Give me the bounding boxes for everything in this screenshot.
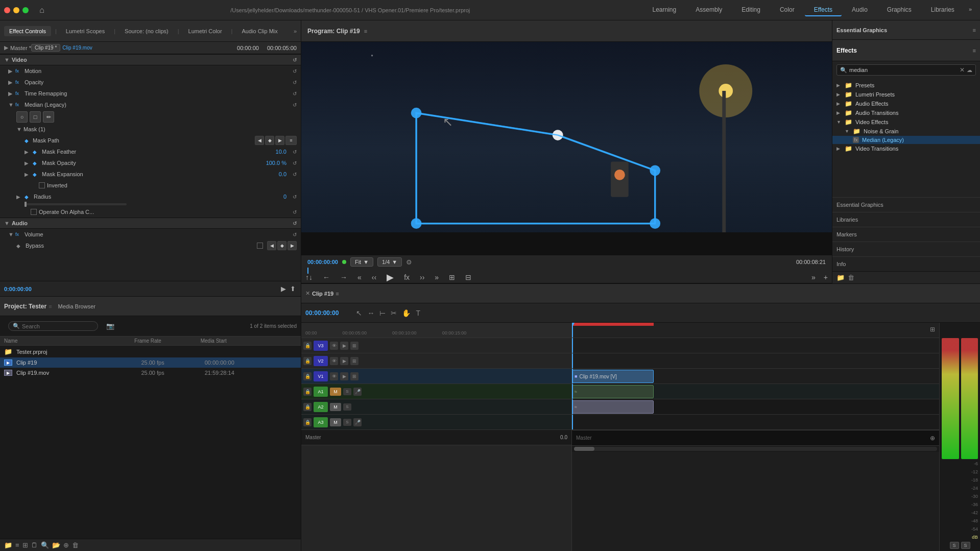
prog-insert-btn[interactable]: ⊞ — [447, 272, 457, 282]
a3-label[interactable]: A3 — [314, 417, 328, 427]
effects-new-folder-btn[interactable]: 📁 — [836, 274, 845, 281]
prog-prev-btn[interactable]: « — [355, 272, 364, 282]
mask-rect-tool[interactable]: □ — [30, 111, 41, 123]
nav-tab-editing[interactable]: Editing — [732, 4, 770, 16]
v3-settings-btn[interactable]: ⊞ — [350, 342, 358, 350]
tl-close-icon[interactable]: ✕ — [305, 290, 310, 297]
v2-settings-btn[interactable]: ⊞ — [350, 357, 358, 365]
tl-select-tool[interactable]: ↖ — [355, 308, 363, 318]
new-bin-btn[interactable]: 📁 — [4, 541, 12, 549]
a3-lock-btn[interactable]: 🔒 — [303, 418, 312, 426]
col-header-fps[interactable]: Frame Rate — [134, 338, 199, 344]
prog-fit-btn[interactable]: Fit ▼ — [350, 257, 373, 267]
mask-opacity-expand[interactable]: ▶ — [25, 160, 31, 166]
metadata-btn[interactable]: 🗒 — [31, 541, 38, 549]
mask-expansion-reset[interactable]: ↺ — [293, 172, 297, 177]
nav-tab-libraries[interactable]: Libraries — [922, 4, 964, 16]
prog-step-back-btn[interactable]: ‹‹ — [370, 272, 378, 282]
delete-btn[interactable]: 🗑 — [72, 541, 79, 549]
project-camera-icon[interactable]: 📷 — [106, 322, 114, 330]
v1-sync-btn[interactable]: ▶ — [340, 372, 348, 380]
radius-slider[interactable] — [25, 203, 127, 205]
essential-graphics-label[interactable]: Essential Graphics — [836, 202, 976, 208]
v1-visible-btn[interactable]: 👁 — [330, 372, 338, 380]
master-mute-btn[interactable]: ⊕ — [930, 435, 935, 442]
mask-opacity-value[interactable]: 100.0 % — [266, 160, 286, 166]
v2-sync-btn[interactable]: ▶ — [340, 357, 348, 365]
tl-ripple-tool[interactable]: ⊢ — [378, 308, 387, 318]
radius-slider-thumb[interactable] — [25, 202, 27, 207]
a1-lock-btn[interactable]: 🔒 — [303, 388, 312, 396]
bypass-next[interactable]: ▶ — [288, 241, 297, 250]
radius-keyframe[interactable]: ◆ — [25, 194, 32, 200]
opacity-reset[interactable]: ↺ — [293, 80, 297, 85]
tab-lumetri-scopes[interactable]: Lumetri Scopes — [61, 26, 110, 36]
col-header-name[interactable]: Name — [4, 338, 132, 344]
maximize-btn[interactable] — [22, 7, 29, 13]
a3-m-btn[interactable]: M — [330, 418, 341, 426]
v1-settings-btn[interactable]: ⊞ — [350, 372, 358, 380]
nav-tab-color[interactable]: Color — [771, 4, 804, 16]
effects-subfolder-noise-grain[interactable]: ▼ 📁 Noise & Grain — [832, 127, 980, 136]
mask-feather-keyframe[interactable]: ◆ — [33, 149, 40, 155]
a1-m-btn[interactable]: M — [330, 388, 341, 396]
mask-ellipse-tool[interactable]: ○ — [16, 111, 28, 123]
a1-s-btn[interactable]: S — [343, 388, 351, 395]
radius-reset[interactable]: ↺ — [293, 194, 297, 200]
median-toggle[interactable]: ▼ — [8, 102, 13, 108]
mask-opacity-reset[interactable]: ↺ — [293, 160, 297, 166]
mask-expand-icon[interactable]: ▼ — [16, 126, 21, 132]
effects-folder-lumetri[interactable]: ▶ 📁 Lumetri Presets — [832, 90, 980, 99]
tl-scrollbar-thumb[interactable] — [574, 447, 594, 451]
find-btn[interactable]: 🔍 — [41, 541, 49, 549]
tab-lumetri-color[interactable]: Lumetri Color — [183, 26, 227, 36]
info-label[interactable]: Info — [836, 261, 976, 267]
a2-label[interactable]: A2 — [314, 402, 328, 412]
nav-tab-learning[interactable]: Learning — [643, 4, 686, 16]
v1-lock-btn[interactable]: 🔒 — [303, 372, 312, 380]
effects-delete-btn[interactable]: 🗑 — [848, 274, 854, 281]
timeline-menu-btn[interactable]: ≡ — [336, 291, 339, 297]
prog-next-btn[interactable]: » — [433, 272, 441, 282]
a1-mic-btn[interactable]: 🎤 — [353, 388, 362, 396]
effects-search-input[interactable] — [849, 67, 958, 73]
a2-lock-btn[interactable]: 🔒 — [303, 403, 312, 411]
opacity-toggle[interactable]: ▶ — [8, 79, 13, 86]
effects-search-clear[interactable]: ✕ — [960, 66, 965, 74]
mask-expansion-value[interactable]: 0.0 — [279, 171, 286, 177]
a2-m-btn[interactable]: M — [330, 403, 341, 411]
operate-alpha-reset[interactable]: ↺ — [293, 209, 297, 215]
a2-s-btn[interactable]: S — [343, 403, 351, 411]
v3-lock-btn[interactable]: 🔒 — [303, 342, 312, 350]
v3-visible-btn[interactable]: 👁 — [330, 342, 338, 350]
tab-source[interactable]: Source: (no clips) — [119, 26, 174, 36]
effects-search-cloud[interactable]: ☁ — [967, 67, 972, 74]
v3-label[interactable]: V3 — [314, 341, 328, 351]
volume-reset[interactable]: ↺ — [293, 232, 297, 237]
median-reset[interactable]: ↺ — [293, 102, 297, 108]
radius-expand[interactable]: ▶ — [16, 194, 22, 200]
close-btn[interactable] — [4, 7, 10, 13]
tl-track-select-tool[interactable]: ↔ — [366, 308, 375, 318]
prog-resolution-btn[interactable]: 1/4 ▼ — [377, 257, 402, 267]
tc-a1-clip[interactable]: ≈ — [572, 385, 654, 398]
prog-step-fwd-btn[interactable]: ›› — [418, 272, 426, 282]
bypass-keyframe[interactable]: ◆ — [277, 241, 286, 250]
mask-path-options[interactable]: ≡ — [285, 136, 297, 145]
mask-path-keyframe[interactable]: ◆ — [25, 138, 31, 143]
v3-sync-btn[interactable]: ▶ — [340, 342, 348, 350]
motion-toggle[interactable]: ▶ — [8, 68, 13, 75]
effects-folder-presets[interactable]: ▶ 📁 Presets — [832, 81, 980, 90]
time-remap-toggle[interactable]: ▶ — [8, 90, 13, 97]
prog-in-btn[interactable]: ← — [321, 272, 332, 282]
a1-label[interactable]: A1 — [314, 387, 328, 397]
a3-mic-btn[interactable]: 🎤 — [353, 418, 362, 426]
tab-audio-clip-mix[interactable]: Audio Clip Mix — [236, 26, 282, 36]
home-icon[interactable]: ⌂ — [35, 3, 49, 17]
mask-expansion-keyframe[interactable]: ◆ — [33, 172, 40, 177]
history-label[interactable]: History — [836, 246, 976, 252]
prog-out-btn[interactable]: → — [338, 272, 349, 282]
effects-folder-audio-transitions[interactable]: ▶ 📁 Audio Transitions — [832, 108, 980, 117]
nav-tab-effects[interactable]: Effects — [805, 4, 842, 16]
prog-play-btn[interactable]: ▶ — [385, 271, 396, 284]
